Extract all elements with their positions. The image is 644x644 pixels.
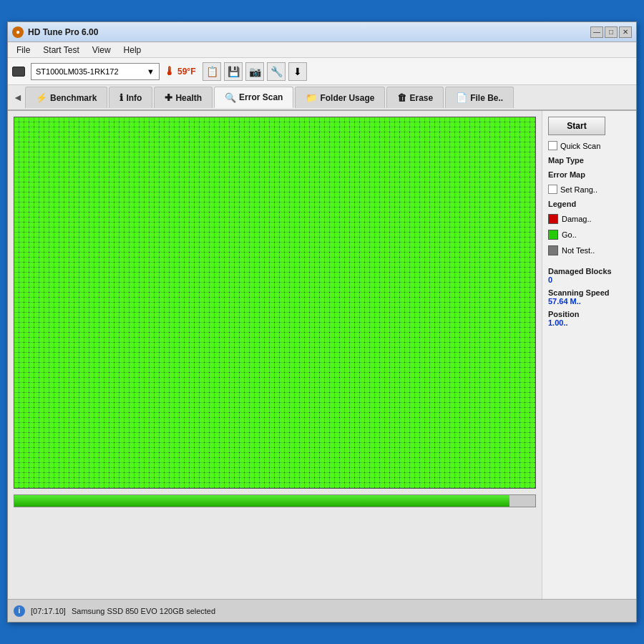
error-map-label: Error Map [548, 170, 630, 179]
set-range-checkbox[interactable] [548, 185, 557, 194]
stats-section: Damaged Blocks 0 Scanning Speed 57.64 M.… [548, 267, 630, 327]
temperature-display: 🌡 59°F [164, 65, 195, 78]
legend-not-tested-box [548, 245, 558, 255]
title-bar: ● HD Tune Pro 6.00 — □ ✕ [8, 22, 636, 42]
dropdown-arrow: ▼ [147, 67, 155, 76]
tools-icon[interactable]: 🔧 [267, 62, 286, 81]
legend-good-label: Go.. [562, 230, 577, 239]
content-area: Start Quick Scan Map Type Error Map Set … [8, 111, 636, 619]
set-range-row: Set Rang.. [548, 185, 630, 194]
drive-icon [12, 67, 25, 77]
maximize-button[interactable]: □ [605, 26, 618, 38]
tab-erase[interactable]: 🗑 Erase [386, 87, 444, 108]
camera-icon[interactable]: 📷 [245, 62, 264, 81]
quick-scan-label: Quick Scan [560, 142, 600, 150]
window-controls: — □ ✕ [590, 26, 632, 38]
window-title: HD Tune Pro 6.00 [28, 27, 98, 37]
tab-bar: ◄ ⚡ Benchmark ℹ Info ✚ Health 🔍 Error Sc… [8, 85, 636, 111]
scanning-speed-label: Scanning Speed [548, 288, 630, 297]
drive-dropdown[interactable]: ST1000LM035-1RK172 ▼ [31, 63, 160, 80]
drive-select[interactable]: ST1000LM035-1RK172 ▼ [12, 63, 160, 80]
green-grid [14, 117, 535, 488]
app-icon: ● [12, 26, 24, 38]
legend-not-tested-label: Not Test.. [562, 246, 595, 255]
damaged-blocks-label: Damaged Blocks [548, 267, 630, 275]
tab-error-scan-label: Error Scan [239, 92, 283, 102]
toolbar-icons: 📋 💾 📷 🔧 ⬇ [203, 62, 307, 81]
tab-benchmark-label: Benchmark [50, 93, 97, 103]
status-bar: i [07:17.10] Samsung SSD 850 EVO 120GB s… [8, 599, 636, 622]
tab-health[interactable]: ✚ Health [154, 87, 213, 108]
position-value: 1.00.. [548, 318, 630, 327]
quick-scan-checkbox[interactable] [548, 141, 557, 150]
quick-scan-row: Quick Scan [548, 141, 630, 150]
menu-bar: File Start Test View Help [8, 42, 636, 58]
legend-good: Go.. [548, 230, 630, 240]
file-icon: 📄 [456, 92, 467, 103]
tab-file-benchmark-label: File Be.. [470, 93, 503, 103]
tab-nav-back[interactable]: ◄ [11, 87, 25, 107]
position-label: Position [548, 310, 630, 318]
map-type-label: Map Type [548, 156, 630, 165]
erase-icon: 🗑 [397, 92, 406, 103]
error-map-canvas [14, 117, 536, 489]
menu-file[interactable]: File [11, 44, 36, 57]
status-icon: i [14, 605, 25, 617]
main-content [8, 111, 542, 619]
tab-file-benchmark[interactable]: 📄 File Be.. [445, 87, 514, 108]
folder-icon: 📁 [306, 92, 317, 103]
disk-icon[interactable]: 💾 [224, 62, 243, 81]
side-panel: Start Quick Scan Map Type Error Map Set … [542, 111, 636, 619]
benchmark-icon: ⚡ [36, 92, 47, 103]
drive-name: ST1000LM035-1RK172 [36, 67, 119, 76]
close-button[interactable]: ✕ [619, 26, 632, 38]
damaged-blocks-value: 0 [548, 275, 630, 284]
tab-info[interactable]: ℹ Info [109, 87, 152, 108]
error-scan-icon: 🔍 [225, 92, 236, 103]
legend-damaged: Damag.. [548, 214, 630, 224]
tab-benchmark[interactable]: ⚡ Benchmark [25, 87, 107, 108]
progress-bar-fill [14, 495, 509, 507]
legend-not-tested: Not Test.. [548, 245, 630, 255]
thermometer-icon: 🌡 [164, 65, 175, 78]
tab-error-scan[interactable]: 🔍 Error Scan [214, 87, 293, 108]
copy-icon[interactable]: 📋 [203, 62, 221, 81]
tab-folder-usage-label: Folder Usage [320, 93, 374, 103]
legend-damaged-label: Damag.. [562, 215, 592, 223]
minimize-button[interactable]: — [590, 26, 603, 38]
info-icon: ℹ [119, 92, 123, 103]
menu-help[interactable]: Help [118, 44, 147, 57]
status-timestamp: [07:17.10] [31, 607, 66, 615]
start-button[interactable]: Start [548, 117, 605, 135]
main-window: ● HD Tune Pro 6.00 — □ ✕ File Start Test… [7, 21, 637, 623]
legend-damaged-box [548, 214, 558, 224]
tab-health-label: Health [175, 93, 202, 103]
tab-folder-usage[interactable]: 📁 Folder Usage [295, 87, 385, 108]
temperature-value: 59°F [177, 67, 195, 77]
tab-erase-label: Erase [409, 93, 433, 103]
tab-info-label: Info [126, 93, 142, 103]
set-range-label: Set Rang.. [560, 185, 597, 194]
status-message: Samsung SSD 850 EVO 120GB selected [72, 607, 215, 615]
progress-bar-container [14, 494, 536, 507]
legend-label: Legend [548, 200, 630, 208]
download-icon[interactable]: ⬇ [288, 62, 307, 81]
toolbar: ST1000LM035-1RK172 ▼ 🌡 59°F 📋 💾 📷 🔧 ⬇ [8, 58, 636, 85]
legend-good-box [548, 230, 558, 240]
scanning-speed-value: 57.64 M.. [548, 297, 630, 306]
health-icon: ✚ [165, 92, 172, 103]
menu-view[interactable]: View [87, 44, 117, 57]
menu-start-test[interactable]: Start Test [37, 44, 84, 57]
